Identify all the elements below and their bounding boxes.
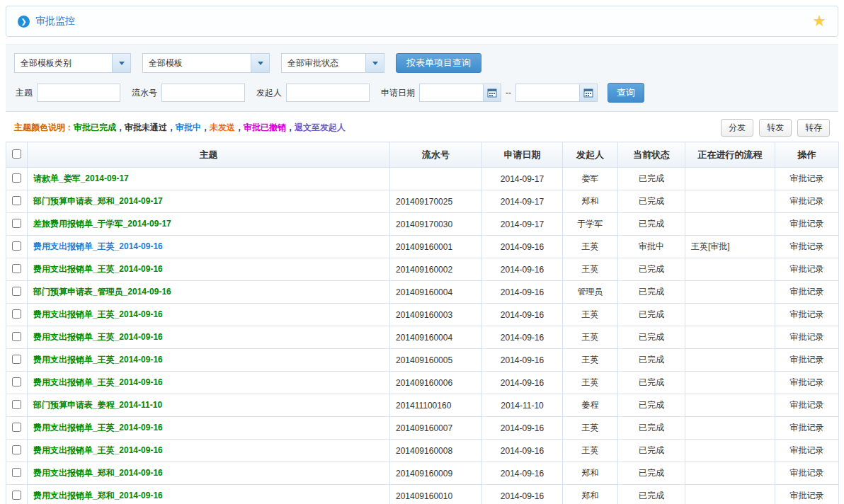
process-cell [685, 462, 775, 485]
calendar-icon[interactable] [579, 84, 598, 102]
approval-record-link[interactable]: 审批记录 [790, 332, 824, 342]
approval-record-link[interactable]: 审批记录 [790, 309, 824, 319]
subject-link[interactable]: 费用支出报销单_王英_2014-09-16 [33, 355, 163, 365]
form-item-query-button[interactable]: 按表单项目查询 [396, 53, 481, 73]
template-category-dropdown[interactable]: 全部模板类别 [14, 53, 131, 73]
row-checkbox[interactable] [12, 241, 21, 251]
approval-record-link[interactable]: 审批记录 [790, 241, 824, 251]
approval-record-link[interactable]: 审批记录 [790, 468, 824, 478]
col-date: 申请日期 [482, 142, 563, 168]
row-checkbox[interactable] [12, 445, 21, 454]
status-cell: 已完成 [618, 281, 685, 304]
subject-link[interactable]: 费用支出报销单_王英_2014-09-16 [33, 332, 163, 342]
page: ❯ 审批监控 ★ 全部模板类别 全部模板 全部审批状态 按表单项目查询 主题 流… [0, 0, 844, 504]
row-checkbox[interactable] [12, 287, 21, 296]
select-all-checkbox[interactable] [12, 149, 21, 159]
approval-status-dropdown[interactable]: 全部审批状态 [281, 53, 384, 73]
arrow-circle-icon: ❯ [18, 16, 30, 28]
date-cell: 2014-09-17 [482, 168, 563, 190]
subject-link[interactable]: 费用支出报销单_郑和_2014-09-16 [33, 468, 163, 478]
subject-link[interactable]: 费用支出报销单_王英_2014-09-16 [33, 309, 163, 319]
approval-record-link[interactable]: 审批记录 [790, 173, 824, 183]
subject-link[interactable]: 部门预算申请表_郑和_2014-09-17 [33, 196, 163, 206]
row-checkbox[interactable] [12, 219, 21, 228]
table-row: 费用支出报销单_王英_2014-09-162014091600042014-09… [6, 326, 839, 349]
subject-link[interactable]: 差旅费用报销单_于学军_2014-09-17 [33, 219, 171, 229]
row-checkbox[interactable] [12, 264, 21, 273]
initiator-cell: 管理员 [563, 281, 618, 304]
row-checkbox[interactable] [12, 423, 21, 432]
page-title: 审批监控 [35, 15, 75, 28]
approval-record-link[interactable]: 审批记录 [790, 445, 824, 455]
subject-input[interactable] [37, 84, 120, 102]
subject-link[interactable]: 部门预算申请表_姜程_2014-11-10 [33, 400, 162, 410]
subject-cell: 费用支出报销单_王英_2014-09-16 [28, 417, 390, 440]
process-cell [685, 258, 775, 281]
row-checkbox[interactable] [12, 309, 21, 319]
date-from-input[interactable] [419, 84, 483, 102]
date-to-input[interactable] [515, 84, 579, 102]
approval-status-value: 全部审批状态 [282, 54, 365, 72]
row-checkbox[interactable] [12, 491, 21, 500]
row-checkbox-cell [6, 326, 28, 349]
row-checkbox-cell [6, 485, 28, 504]
table-row: 费用支出报销单_王英_2014-09-162014091600012014-09… [6, 236, 839, 258]
row-checkbox[interactable] [12, 355, 21, 364]
chevron-down-icon[interactable] [251, 54, 269, 72]
row-checkbox[interactable] [12, 377, 21, 386]
subject-link[interactable]: 费用支出报销单_王英_2014-09-16 [33, 423, 163, 433]
date-cell: 2014-09-16 [482, 236, 563, 258]
serial-cell: 201409160004 [390, 281, 482, 304]
approval-record-link[interactable]: 审批记录 [790, 423, 824, 433]
status-cell: 已完成 [618, 440, 685, 462]
initiator-input[interactable] [286, 84, 370, 102]
date-range-separator: -- [506, 88, 511, 98]
approval-record-link[interactable]: 审批记录 [790, 377, 824, 387]
date-cell: 2014-09-16 [482, 417, 563, 440]
subject-link[interactable]: 费用支出报销单_王英_2014-09-16 [33, 377, 163, 387]
row-checkbox[interactable] [12, 400, 21, 409]
date-cell: 2014-09-16 [482, 304, 563, 326]
date-cell: 2014-09-16 [482, 349, 563, 372]
favorite-star-icon[interactable]: ★ [812, 13, 826, 29]
row-checkbox[interactable] [12, 196, 21, 205]
initiator-cell: 娄军 [563, 168, 618, 190]
subject-link[interactable]: 费用支出报销单_王英_2014-09-16 [33, 264, 163, 274]
subject-link[interactable]: 费用支出报销单_王英_2014-09-16 [33, 445, 163, 455]
chevron-down-icon[interactable] [112, 54, 130, 72]
approval-record-link[interactable]: 审批记录 [790, 219, 824, 229]
status-cell: 已完成 [618, 213, 685, 236]
row-checkbox[interactable] [12, 468, 21, 477]
approval-record-link[interactable]: 审批记录 [790, 400, 824, 410]
template-dropdown[interactable]: 全部模板 [142, 53, 270, 73]
chevron-down-icon[interactable] [365, 54, 384, 72]
subject-link[interactable]: 请款单_娄军_2014-09-17 [33, 173, 129, 183]
initiator-cell: 王英 [563, 236, 618, 258]
serial-input[interactable] [161, 84, 245, 102]
subject-link[interactable]: 费用支出报销单_郑和_2014-09-16 [33, 491, 163, 500]
table-row: 部门预算申请表_郑和_2014-09-172014091700252014-09… [6, 190, 839, 213]
row-checkbox[interactable] [12, 173, 21, 183]
table-header-row: 主题 流水号 申请日期 发起人 当前状态 正在进行的流程 操作 [6, 142, 839, 168]
action-button-转发[interactable]: 转发 [759, 119, 792, 137]
legend-row: 主题颜色说明：审批已完成，审批未通过，审批中，未发送，审批已撤销，退文至发起人 … [6, 112, 838, 142]
approval-record-link[interactable]: 审批记录 [790, 264, 824, 274]
approval-record-link[interactable]: 审批记录 [790, 196, 824, 206]
legend-item: 退文至发起人 [295, 122, 346, 132]
subject-link[interactable]: 费用支出报销单_王英_2014-09-16 [33, 241, 163, 251]
row-checkbox[interactable] [12, 332, 21, 341]
action-button-转存[interactable]: 转存 [797, 119, 830, 137]
calendar-icon[interactable] [483, 84, 501, 102]
filter-row-dropdowns: 全部模板类别 全部模板 全部审批状态 按表单项目查询 [14, 53, 830, 73]
serial-cell: 201409160001 [390, 236, 482, 258]
action-button-分发[interactable]: 分发 [721, 119, 753, 137]
approval-record-link[interactable]: 审批记录 [790, 491, 824, 500]
row-checkbox-cell [6, 213, 28, 236]
subject-link[interactable]: 部门预算申请表_管理员_2014-09-16 [33, 287, 171, 297]
approval-record-link[interactable]: 审批记录 [790, 355, 824, 365]
legend-separator: ， [201, 122, 210, 132]
search-button[interactable]: 查询 [608, 83, 644, 103]
subject-cell: 费用支出报销单_王英_2014-09-16 [28, 372, 390, 394]
approval-record-link[interactable]: 审批记录 [790, 287, 824, 297]
subject-cell: 费用支出报销单_郑和_2014-09-16 [28, 462, 390, 485]
